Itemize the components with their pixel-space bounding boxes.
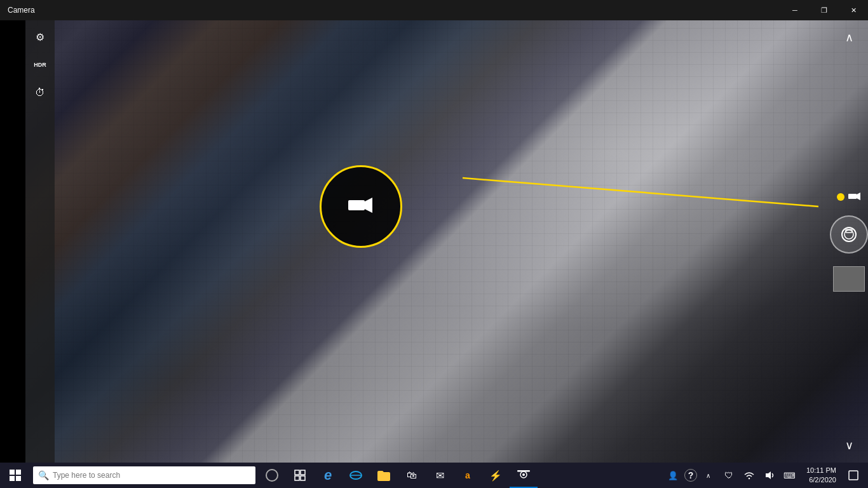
app-title: Camera: [0, 6, 780, 15]
chevron-down-button[interactable]: ∨: [840, 433, 858, 458]
hdr-icon: HDR: [34, 62, 46, 68]
search-bar[interactable]: 🔍: [33, 466, 255, 484]
taskbar: 🔍 e 🛍 ✉ a ⚡: [0, 463, 868, 488]
camera-window: ⚙ HDR ⏱ ∧: [25, 20, 868, 463]
hdr-button[interactable]: HDR: [29, 53, 51, 76]
amazon-button[interactable]: a: [454, 463, 482, 488]
svg-rect-1: [348, 200, 365, 210]
svg-point-12: [266, 470, 278, 481]
svg-rect-10: [10, 476, 15, 481]
last-photo-thumbnail[interactable]: [833, 266, 865, 292]
svg-rect-13: [295, 470, 299, 475]
ie-button[interactable]: [342, 463, 370, 488]
volume-icon[interactable]: [761, 463, 778, 488]
timer-button[interactable]: ⏱: [29, 81, 51, 104]
maximize-button[interactable]: ❐: [810, 0, 839, 20]
chevron-tray-icon[interactable]: ∧: [700, 463, 717, 488]
keyboard-icon[interactable]: ⌨: [781, 463, 799, 488]
photo-capture-button[interactable]: [830, 215, 868, 254]
video-mode-annotation: [320, 165, 402, 248]
store-button[interactable]: 🛍: [398, 463, 426, 488]
cortana-button[interactable]: [258, 463, 286, 488]
slash-button[interactable]: ⚡: [482, 463, 510, 488]
chevron-up-button[interactable]: ∧: [840, 25, 858, 50]
svg-point-20: [522, 473, 525, 476]
system-tray: 👤 ? ∧ 🛡 ⌨ 10:11 PM 6/2/2020: [664, 463, 868, 488]
svg-rect-21: [517, 470, 530, 472]
task-view-button[interactable]: [286, 463, 314, 488]
video-mode-indicator: [837, 192, 861, 203]
notification-button[interactable]: [844, 463, 863, 488]
system-clock[interactable]: 10:11 PM 6/2/2020: [801, 466, 841, 485]
clock-time: 10:11 PM: [806, 466, 836, 475]
settings-icon: ⚙: [36, 31, 44, 43]
search-input[interactable]: [53, 471, 250, 480]
mosaic-overlay: [25, 20, 868, 463]
help-icon[interactable]: ?: [684, 469, 697, 482]
svg-rect-23: [849, 471, 858, 480]
settings-button[interactable]: ⚙: [29, 25, 51, 48]
start-button[interactable]: [0, 463, 31, 488]
video-icon-small: [848, 192, 861, 203]
svg-rect-15: [295, 476, 299, 480]
close-button[interactable]: ✕: [839, 0, 868, 20]
clock-date: 6/2/2020: [806, 475, 836, 485]
window-controls: ─ ❐ ✕: [780, 0, 868, 20]
title-bar: Camera ─ ❐ ✕: [0, 0, 868, 20]
svg-marker-4: [857, 193, 860, 200]
svg-rect-9: [16, 470, 21, 475]
edge-button[interactable]: e: [314, 463, 342, 488]
network-icon[interactable]: [740, 463, 758, 488]
svg-marker-2: [365, 198, 372, 213]
svg-rect-14: [301, 470, 305, 475]
left-sidebar: ⚙ HDR ⏱: [25, 20, 55, 463]
minimize-button[interactable]: ─: [780, 0, 810, 20]
svg-rect-8: [10, 470, 15, 475]
timer-icon: ⏱: [35, 87, 45, 98]
right-sidebar: ∧: [830, 20, 868, 463]
video-camera-icon: [348, 193, 374, 220]
camera-taskbar-button[interactable]: [510, 463, 538, 488]
people-icon[interactable]: 👤: [664, 463, 682, 488]
antivirus-icon[interactable]: 🛡: [720, 463, 738, 488]
video-dot: [837, 193, 844, 201]
right-controls: [830, 192, 868, 292]
svg-rect-3: [848, 194, 857, 199]
search-icon: 🔍: [38, 470, 49, 480]
svg-rect-16: [301, 476, 305, 480]
video-mode-button-highlighted[interactable]: [320, 165, 402, 248]
svg-rect-11: [16, 476, 21, 481]
svg-marker-22: [766, 471, 771, 479]
mail-button[interactable]: ✉: [426, 463, 454, 488]
file-explorer-button[interactable]: [370, 463, 398, 488]
